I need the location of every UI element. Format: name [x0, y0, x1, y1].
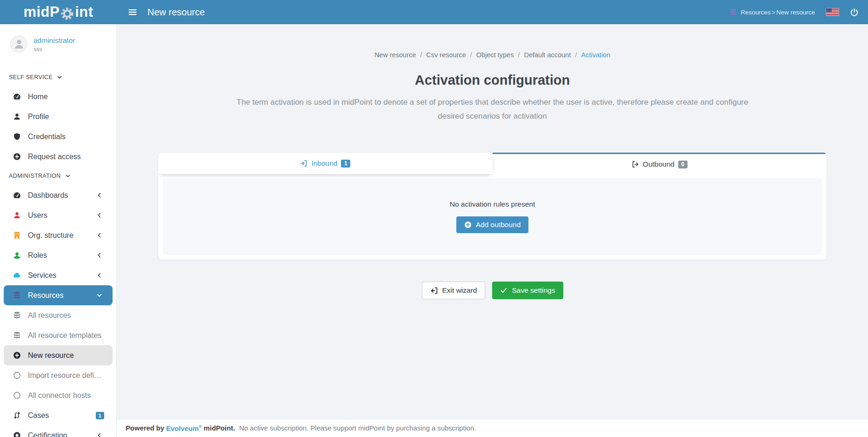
item-label: Home — [28, 93, 104, 101]
header-breadcrumb-item-new-resource[interactable]: New resource — [776, 9, 815, 16]
plus-circle-icon — [12, 153, 22, 161]
circle-icon — [12, 391, 22, 399]
item-badge: 1 — [96, 412, 104, 419]
item-label: Certification — [28, 431, 91, 437]
section-label: ADMINISTRATION — [9, 173, 61, 179]
sidebar-item-org-structure[interactable]: Org. structure — [0, 225, 116, 245]
sidebar-item-import-resource-definit[interactable]: Import resource definit... — [0, 365, 116, 385]
subscription-notice: No active subscription. Please support m… — [239, 424, 476, 432]
sidebar-nav: SELF SERVICEHomeProfileCredentialsReques… — [0, 63, 116, 437]
gear-icon — [60, 7, 74, 21]
language-flag-us[interactable] — [826, 8, 839, 16]
user-name-link[interactable]: administrator — [33, 36, 75, 45]
item-label: All resources — [28, 311, 104, 320]
item-label: Dashboards — [28, 191, 91, 200]
header-breadcrumb-items: Resources>New resource — [741, 9, 815, 16]
header-breadcrumb-item-resources[interactable]: Resources — [741, 9, 771, 16]
sidebar-item-credentials[interactable]: Credentials — [0, 127, 116, 147]
tab-label: Outbound — [643, 160, 674, 168]
item-label: New resource — [28, 351, 104, 360]
chevron-left-icon — [94, 252, 104, 258]
sidebar-item-dashboards[interactable]: Dashboards — [0, 185, 116, 205]
sidebar-item-request-access[interactable]: Request access — [0, 147, 116, 167]
breadcrumb-item-object-types[interactable]: Object types — [476, 51, 514, 59]
add-outbound-button[interactable]: Add outbound — [456, 216, 529, 233]
sidebar-item-services[interactable]: Services — [0, 265, 116, 285]
section-label: SELF SERVICE — [9, 74, 53, 81]
wizard-card: Inbound1Outbound0 No activation rules pr… — [158, 152, 827, 260]
evolveum-link[interactable]: Evolveum® — [166, 424, 202, 432]
cloud-icon — [12, 271, 22, 279]
breadcrumb-item-activation[interactable]: Activation — [581, 51, 610, 59]
breadcrumb-item-new-resource[interactable]: New resource — [374, 51, 416, 59]
breadcrumb-separator: / — [575, 51, 577, 59]
sidebar-item-users[interactable]: Users — [0, 205, 116, 225]
sign-out-icon — [632, 161, 639, 168]
tab-outbound[interactable]: Outbound0 — [493, 153, 827, 175]
sidebar-item-cases[interactable]: Cases1 — [0, 405, 116, 425]
database-icon — [12, 291, 22, 299]
chevron-left-icon — [94, 432, 104, 437]
sidebar-item-resources[interactable]: Resources — [4, 285, 113, 305]
sign-in-icon — [300, 160, 307, 167]
role-icon — [12, 251, 22, 259]
item-label: Credentials — [28, 133, 104, 141]
shield-icon — [12, 133, 22, 141]
database-icon — [12, 311, 22, 319]
app-logo[interactable]: midP int — [0, 0, 117, 24]
cases-icon — [12, 411, 22, 419]
check-icon — [500, 287, 507, 294]
breadcrumb-separator: / — [420, 51, 422, 59]
tab-count-badge: 1 — [341, 160, 350, 168]
tab-inbound[interactable]: Inbound1 — [158, 153, 493, 175]
wizard-actions: Exit wizard Save settings — [117, 282, 868, 299]
top-header: midP int New resource Resources>New reso… — [0, 0, 868, 24]
item-label: Resources — [28, 291, 91, 300]
breadcrumb-separator: > — [772, 9, 775, 16]
sidebar-item-certification[interactable]: Certification — [0, 425, 116, 437]
sidebar-item-all-resource-templates[interactable]: All resource templates — [0, 325, 116, 345]
chevron-left-icon — [94, 212, 104, 218]
breadcrumb-separator: / — [518, 51, 520, 59]
sidebar-item-all-connector-hosts[interactable]: All connector hosts — [0, 385, 116, 405]
user-subtitle: sss — [33, 46, 75, 53]
circle-icon — [12, 371, 22, 379]
chevron-down-icon — [94, 292, 104, 298]
avatar[interactable] — [10, 35, 27, 53]
header-breadcrumb: Resources>New resource — [729, 8, 815, 16]
tab-label: Inbound — [311, 159, 337, 168]
hamburger-menu-icon[interactable] — [128, 7, 137, 17]
page-description: The term activation is used in midPoint … — [232, 95, 753, 123]
sidebar-item-roles[interactable]: Roles — [0, 245, 116, 265]
save-settings-button[interactable]: Save settings — [492, 282, 563, 299]
user-icon — [12, 211, 22, 219]
user-avatar-icon — [13, 39, 25, 50]
item-label: Users — [28, 211, 91, 220]
sidebar-item-home[interactable]: Home — [0, 87, 116, 107]
tab-panel-outbound: No activation rules present Add outbound — [163, 178, 822, 255]
breadcrumb-item-default-account[interactable]: Default account — [524, 51, 571, 59]
item-label: Roles — [28, 251, 91, 260]
sidebar-item-all-resources[interactable]: All resources — [0, 305, 116, 325]
main-content: New resource/Csv resource/Object types/D… — [117, 0, 868, 419]
sidebar-item-profile[interactable]: Profile — [0, 107, 116, 127]
section-header-self-service[interactable]: SELF SERVICE — [0, 68, 116, 87]
sidebar-item-new-resource[interactable]: New resource — [4, 345, 113, 365]
empty-state-message: No activation rules present — [450, 200, 535, 208]
sidebar: administrator sss SELF SERVICEHomeProfil… — [0, 24, 117, 437]
section-header-administration[interactable]: ADMINISTRATION — [0, 167, 116, 185]
item-label: Request access — [28, 153, 104, 161]
dashboard-icon — [12, 191, 22, 199]
chevron-down-icon — [57, 74, 62, 80]
item-label: Org. structure — [28, 231, 91, 240]
breadcrumb-item-csv-resource[interactable]: Csv resource — [426, 51, 466, 59]
exit-wizard-button[interactable]: Exit wizard — [422, 282, 486, 299]
item-label: Cases — [28, 411, 92, 420]
breadcrumb-separator: / — [470, 51, 472, 59]
power-icon[interactable] — [850, 8, 859, 17]
item-label: All connector hosts — [28, 391, 104, 400]
dashboard-icon — [12, 93, 22, 101]
exit-icon — [430, 287, 438, 295]
database-icon — [12, 331, 22, 339]
logo-text-post: int — [75, 4, 93, 20]
